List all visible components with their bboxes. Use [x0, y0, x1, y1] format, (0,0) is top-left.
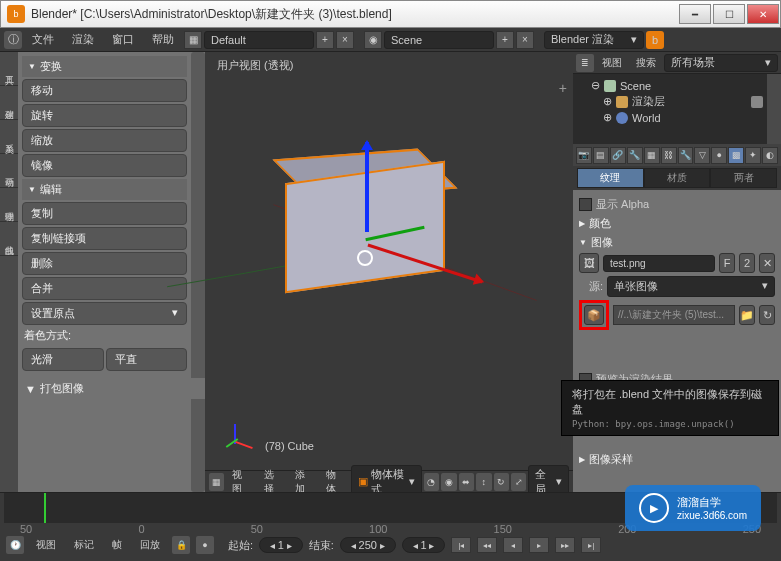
timeline-playback-menu[interactable]: 回放 [134, 536, 166, 554]
filebrowse-icon[interactable]: 📁 [739, 305, 755, 325]
show-alpha-checkbox[interactable] [579, 198, 592, 211]
layout-prev-icon[interactable]: ▦ [184, 31, 202, 49]
manip-rotate-icon[interactable]: ↻ [494, 473, 509, 491]
prop-world-icon[interactable]: 🔧 [627, 147, 643, 164]
layout-add-button[interactable]: + [316, 31, 334, 49]
outliner-scrollbar[interactable] [767, 74, 781, 144]
toolshelf-scrollbar[interactable] [191, 52, 205, 492]
3d-viewport[interactable]: 用户视图 (透视) + (78) Cube ▼打包图像 ▦ 视图 选择 添加 物… [205, 52, 573, 492]
start-frame-field[interactable]: ◂ 1 ▸ [259, 537, 303, 553]
prop-object-icon[interactable]: ▦ [644, 147, 660, 164]
outliner-editor-icon[interactable]: ≣ [576, 54, 594, 72]
vtab-relations[interactable]: 关系 [0, 120, 18, 154]
outliner-filter-dropdown[interactable]: 所有场景▾ [664, 54, 778, 72]
scene-dropdown[interactable]: Scene [384, 31, 494, 49]
image-f-button[interactable]: F [719, 253, 735, 273]
scene-del-button[interactable]: × [516, 31, 534, 49]
prev-key-button[interactable]: ◂◂ [477, 537, 497, 553]
outliner-search-menu[interactable]: 搜索 [630, 54, 662, 72]
pivot-icon[interactable]: ◉ [441, 473, 456, 491]
layout-dropdown[interactable]: Default [204, 31, 314, 49]
timeline-editor-icon[interactable]: 🕐 [6, 536, 24, 554]
timeline-marker-menu[interactable]: 标记 [68, 536, 100, 554]
prop-data-icon[interactable]: ▽ [694, 147, 710, 164]
shade-smooth-button[interactable]: 光滑 [22, 348, 104, 371]
duplicate-button[interactable]: 复制 [22, 202, 187, 225]
close-button[interactable]: ✕ [747, 4, 779, 24]
play-button[interactable]: ▸ [529, 537, 549, 553]
gizmo-z-axis[interactable] [365, 142, 369, 232]
jump-end-button[interactable]: ▸| [581, 537, 601, 553]
image-name-field[interactable]: test.png [603, 255, 715, 272]
reload-icon[interactable]: ↻ [759, 305, 775, 325]
source-dropdown[interactable]: 单张图像▾ [607, 276, 775, 297]
maximize-button[interactable]: ☐ [713, 4, 745, 24]
view3d-editor-icon[interactable]: ▦ [209, 473, 224, 491]
panel-pack-header[interactable]: ▼打包图像 [19, 378, 205, 399]
timeline-frame-menu[interactable]: 帧 [106, 536, 128, 554]
translate-button[interactable]: 移动 [22, 79, 187, 102]
timeline-autokey-icon[interactable]: ● [196, 536, 214, 554]
gizmo-center[interactable] [357, 250, 373, 266]
menu-window[interactable]: 窗口 [104, 30, 142, 49]
set-origin-button[interactable]: 设置原点 ▾ [22, 302, 187, 325]
timeline-sync-icon[interactable]: 🔒 [172, 536, 190, 554]
panel-edit-header[interactable]: ▼编辑 [22, 179, 187, 200]
vtab-create[interactable]: 创建 [0, 86, 18, 120]
shade-flat-button[interactable]: 平直 [106, 348, 188, 371]
menu-render[interactable]: 渲染 [64, 30, 102, 49]
unpack-button[interactable]: 📦 [584, 305, 604, 325]
image-unlink-button[interactable]: ✕ [759, 253, 775, 273]
prop-material-icon[interactable]: ● [711, 147, 727, 164]
current-frame-field[interactable]: ◂ 1 ▸ [402, 537, 446, 553]
prop-scene-icon[interactable]: 🔗 [610, 147, 626, 164]
panel-transform-header[interactable]: ▼变换 [22, 56, 187, 77]
prop-constraint-icon[interactable]: ⛓ [661, 147, 677, 164]
image-users-button[interactable]: 2 [739, 253, 755, 273]
prop-texture-icon[interactable]: ▩ [728, 147, 744, 164]
vtab-physics[interactable]: 物理 [0, 188, 18, 222]
play-rev-button[interactable]: ◂ [503, 537, 523, 553]
minimize-button[interactable]: ━ [679, 4, 711, 24]
timeline-cursor[interactable] [44, 493, 46, 523]
jump-start-button[interactable]: |◂ [451, 537, 471, 553]
vtab-animation[interactable]: 动画 [0, 154, 18, 188]
manip-translate-icon[interactable]: ↕ [476, 473, 491, 491]
vtab-tools[interactable]: 工具 [0, 52, 18, 86]
outliner-view-menu[interactable]: 视图 [596, 54, 628, 72]
join-button[interactable]: 合并 [22, 277, 187, 300]
delete-button[interactable]: 删除 [22, 252, 187, 275]
scale-button[interactable]: 缩放 [22, 129, 187, 152]
prop-render-icon[interactable]: 📷 [576, 147, 592, 164]
image-path-field[interactable]: //..\新建文件夹 (5)\test... [613, 305, 735, 325]
cube-object[interactable] [265, 132, 475, 342]
menu-help[interactable]: 帮助 [144, 30, 182, 49]
image-browse-icon[interactable]: 🖼 [579, 253, 599, 273]
tab-material[interactable]: 材质 [644, 168, 711, 188]
timeline-view-menu[interactable]: 视图 [30, 536, 62, 554]
view-plus-icon[interactable]: + [559, 80, 567, 96]
layout-del-button[interactable]: × [336, 31, 354, 49]
prop-modifier-icon[interactable]: 🔧 [678, 147, 694, 164]
end-frame-field[interactable]: ◂ 250 ▸ [340, 537, 396, 553]
prop-renderlayer-icon[interactable]: ▤ [593, 147, 609, 164]
scene-add-button[interactable]: + [496, 31, 514, 49]
duplicate-linked-button[interactable]: 复制链接项 [22, 227, 187, 250]
rotate-button[interactable]: 旋转 [22, 104, 187, 127]
shading-icon[interactable]: ◔ [424, 473, 439, 491]
editor-type-icon[interactable]: ⓘ [4, 31, 22, 49]
engine-dropdown[interactable]: Blender 渲染 ▾ [544, 31, 644, 49]
vtab-grease[interactable]: 曲线 [0, 222, 18, 256]
manip-scale-icon[interactable]: ⤢ [511, 473, 526, 491]
tab-both[interactable]: 两者 [710, 168, 777, 188]
next-key-button[interactable]: ▸▸ [555, 537, 575, 553]
outliner-tree[interactable]: ⊖Scene ⊕渲染层 ⊕World [573, 74, 767, 144]
image-panel-header[interactable]: ▼图像 [579, 235, 775, 250]
tab-texture[interactable]: 纹理 [577, 168, 644, 188]
mirror-button[interactable]: 镜像 [22, 154, 187, 177]
color-panel-header[interactable]: ▶颜色 [579, 216, 775, 231]
menu-file[interactable]: 文件 [24, 30, 62, 49]
image-sampling-header[interactable]: ▶图像采样 [579, 452, 775, 467]
scene-browse-icon[interactable]: ◉ [364, 31, 382, 49]
manipulator-icon[interactable]: ⬌ [459, 473, 474, 491]
